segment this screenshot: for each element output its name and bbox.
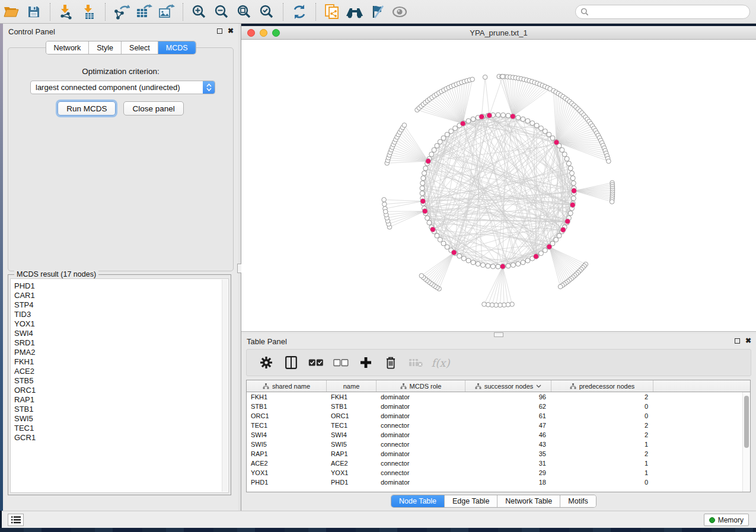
network-hub-node[interactable] [570, 203, 575, 208]
network-node[interactable] [432, 148, 436, 152]
table-scrollbar-thumb[interactable] [744, 396, 749, 448]
mcds-result-item[interactable]: SRD1 [14, 338, 228, 348]
mcds-result-item[interactable]: STB5 [14, 376, 228, 386]
table-scrollbar[interactable] [742, 392, 750, 492]
mcds-result-item[interactable]: ORC1 [14, 386, 228, 395]
mcds-result-item[interactable]: PMA2 [14, 348, 228, 357]
tab-mcds[interactable]: MCDS [158, 41, 196, 54]
mcds-result-item[interactable]: PHD1 [14, 281, 228, 291]
network-leaf-node[interactable] [610, 200, 614, 204]
network-node[interactable] [530, 121, 535, 126]
network-node[interactable] [543, 129, 547, 134]
close-panel-icon[interactable]: ✖ [745, 338, 751, 344]
table-row[interactable]: FKH1FKH1dominator962 [247, 392, 750, 402]
network-node[interactable] [554, 238, 559, 242]
network-node[interactable] [562, 152, 567, 156]
run-mcds-button[interactable]: Run MCDS [58, 101, 116, 116]
network-node[interactable] [457, 254, 462, 258]
network-node[interactable] [506, 113, 511, 118]
delete-column-icon[interactable] [383, 355, 398, 370]
network-node[interactable] [557, 233, 562, 238]
search-box[interactable] [575, 5, 750, 19]
network-node[interactable] [423, 166, 428, 171]
table-row[interactable]: ACE2ACE2connector311 [247, 459, 750, 468]
network-hub-node[interactable] [565, 219, 570, 224]
zoom-in-icon[interactable] [190, 3, 208, 21]
table-row[interactable]: PHD1PHD1dominator180 [247, 477, 750, 487]
network-node[interactable] [501, 113, 506, 117]
mcds-list-scrollbar[interactable] [222, 280, 228, 492]
add-column-icon[interactable] [358, 355, 374, 370]
network-node[interactable] [534, 123, 539, 128]
network-node[interactable] [516, 261, 521, 266]
network-leaf-node[interactable] [500, 74, 505, 79]
network-node[interactable] [525, 258, 530, 263]
mcds-result-item[interactable]: STP4 [14, 300, 228, 310]
network-node[interactable] [570, 171, 575, 175]
network-canvas[interactable] [241, 40, 756, 331]
network-node[interactable] [471, 260, 476, 265]
node-table[interactable]: shared name name MCDS role successor nod… [246, 380, 751, 492]
column-header-predecessor-nodes[interactable]: predecessor nodes [551, 380, 653, 392]
network-hub-node[interactable] [500, 264, 505, 269]
network-node[interactable] [560, 148, 564, 152]
network-node[interactable] [547, 132, 551, 137]
export-table-icon[interactable] [135, 3, 153, 21]
network-node[interactable] [538, 126, 543, 130]
search-input[interactable] [589, 8, 745, 16]
close-panel-icon[interactable]: ✖ [228, 28, 234, 34]
network-node[interactable] [481, 262, 486, 267]
table-row[interactable]: RAP1RAP1dominator352 [247, 449, 750, 459]
export-image-icon[interactable] [158, 3, 176, 21]
network-window-titlebar[interactable]: YPA_prune.txt_1 [241, 26, 756, 40]
mcds-result-item[interactable]: RAP1 [14, 395, 228, 405]
mcds-result-item[interactable]: ACE2 [14, 367, 228, 376]
network-hub-node[interactable] [510, 114, 515, 119]
network-node[interactable] [445, 132, 449, 137]
network-leaf-node[interactable] [419, 274, 424, 278]
zoom-out-icon[interactable] [213, 3, 231, 21]
zoom-selected-icon[interactable] [258, 3, 276, 21]
network-node[interactable] [453, 126, 458, 130]
network-node[interactable] [466, 258, 471, 263]
network-node[interactable] [521, 260, 525, 265]
mcds-result-item[interactable]: YOX1 [14, 319, 228, 329]
network-node[interactable] [445, 245, 449, 249]
network-node[interactable] [571, 181, 576, 185]
network-hub-node[interactable] [420, 198, 426, 204]
network-node[interactable] [427, 220, 432, 225]
tab-node-table[interactable]: Node Table [391, 495, 444, 507]
tab-select[interactable]: Select [121, 41, 158, 54]
network-leaf-node[interactable] [607, 159, 611, 164]
network-node[interactable] [496, 264, 500, 269]
clear-table-icon[interactable] [408, 355, 423, 370]
network-hub-node[interactable] [479, 114, 484, 120]
network-hub-node[interactable] [422, 209, 428, 214]
find-icon[interactable] [346, 3, 363, 21]
tab-motifs[interactable]: Motifs [560, 495, 595, 507]
mcds-result-item[interactable]: SWI5 [14, 414, 228, 424]
table-row[interactable]: STB1STB1dominator620 [247, 402, 750, 411]
network-hub-node[interactable] [547, 244, 552, 249]
memory-button[interactable]: Memory [704, 514, 749, 526]
splitter-handle[interactable] [494, 332, 503, 337]
network-node[interactable] [570, 176, 575, 181]
network-node[interactable] [421, 176, 426, 181]
network-leaf-node[interactable] [482, 302, 487, 307]
optimization-criterion-select[interactable]: largest connected component (undirected) [30, 81, 215, 94]
clone-network-icon[interactable] [323, 3, 341, 21]
eye-icon[interactable] [391, 3, 409, 21]
network-node[interactable] [435, 143, 439, 148]
network-node[interactable] [516, 116, 521, 120]
network-node[interactable] [543, 248, 547, 252]
deselect-all-icon[interactable] [333, 355, 349, 370]
network-hub-node[interactable] [554, 140, 559, 145]
network-node[interactable] [568, 166, 573, 171]
network-node[interactable] [438, 238, 442, 242]
network-node[interactable] [476, 261, 480, 266]
mcds-result-item[interactable]: SWI4 [14, 329, 228, 338]
table-row[interactable]: SWI5SWI5connector431 [247, 440, 750, 449]
network-node[interactable] [566, 161, 571, 166]
open-file-icon[interactable] [2, 3, 20, 21]
network-hub-node[interactable] [487, 113, 492, 118]
